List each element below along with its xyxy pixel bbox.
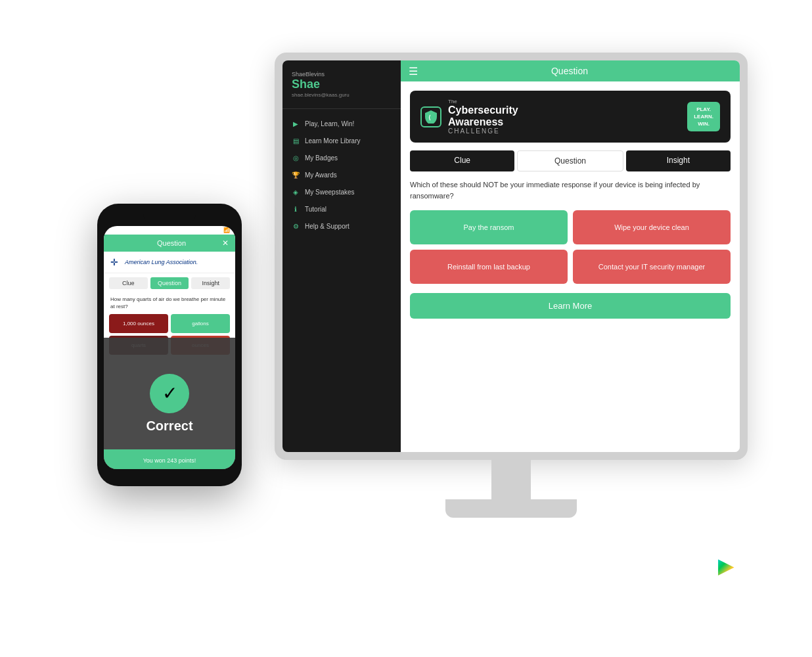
sidebar-item-badges[interactable]: ◎ My Badges <box>282 150 401 167</box>
badges-icon: ◎ <box>292 154 300 162</box>
monitor-stand <box>275 460 748 518</box>
sidebar-item-play[interactable]: ▶ Play, Learn, Win! <box>282 116 401 133</box>
help-icon: ⚙ <box>292 223 300 231</box>
points-text: You won 243 points! <box>143 457 196 464</box>
sidebar-item-awards-label: My Awards <box>305 171 337 179</box>
phone-tab-insight[interactable]: Insight <box>191 277 230 289</box>
points-bar: You won 243 points! <box>104 449 235 469</box>
top-bar-title: Question <box>551 66 588 76</box>
cyber-banner-left: ⟨ The Cybersecurity Awareness CHALLENGE <box>420 99 518 135</box>
sidebar-item-library[interactable]: ▤ Learn More Library <box>282 133 401 150</box>
sidebar-username-small: ShaeBlevins <box>292 71 392 78</box>
sidebar-item-help[interactable]: ⚙ Help & Support <box>282 218 401 235</box>
sidebar-item-tutorial-label: Tutorial <box>305 206 327 213</box>
phone-question-text: How many quarts of air do we breathe per… <box>104 293 235 314</box>
phone-header: Question ✕ <box>104 235 235 252</box>
answer-pay-ransom[interactable]: Pay the ransom <box>410 210 568 244</box>
logo-cross-icon: ✛ <box>110 257 121 267</box>
monitor-base <box>445 499 577 518</box>
sidebar-item-play-label: Play, Learn, Win! <box>305 120 354 127</box>
monitor-screen-outer: ShaeBlevins Shae shae.blevins@kaas.guru … <box>275 53 748 460</box>
tutorial-icon: ℹ <box>292 206 300 214</box>
phone-status-bar: 8:29 ▲ ▲ 📶 <box>104 226 235 235</box>
phone-signal-icons: ▲ ▲ 📶 <box>210 227 230 233</box>
cyber-banner-right: PLAY.LEARN.WIN. <box>687 102 720 132</box>
tab-question[interactable]: Question <box>517 150 623 171</box>
play-store-icon: ▶ <box>718 554 734 578</box>
answer-grid: Pay the ransom Wipe your device clean Re… <box>410 210 731 284</box>
content-area: ⟨ The Cybersecurity Awareness CHALLENGE <box>401 81 740 452</box>
cyber-text-challenge: CHALLENGE <box>448 127 518 135</box>
play-learn-win-text: PLAY.LEARN.WIN. <box>694 106 713 128</box>
correct-emoji: ✓ <box>150 374 189 413</box>
phone-logo-area: ✛ American Lung Association. <box>104 252 235 273</box>
awards-icon: 🏆 <box>292 171 300 179</box>
sidebar-item-help-label: Help & Support <box>305 223 350 230</box>
answer-contact-it[interactable]: Contact your IT security manager <box>573 250 731 284</box>
phone-logo-text: American Lung Association. <box>125 259 198 265</box>
phone-header-title: Question <box>157 239 186 247</box>
shield-icon: ⟨ <box>420 106 441 127</box>
phone-screen: 8:29 ▲ ▲ 📶 Question ✕ ✛ American Lung As… <box>104 226 235 469</box>
sidebar-item-badges-label: My Badges <box>305 154 338 162</box>
phone-tab-clue[interactable]: Clue <box>109 277 148 289</box>
correct-overlay: ✓ Correct You won 243 points! <box>104 338 235 469</box>
top-bar: ☰ Question <box>401 60 740 81</box>
phone-close-button[interactable]: ✕ <box>222 238 229 248</box>
tab-insight[interactable]: Insight <box>626 150 731 171</box>
cyber-text: The Cybersecurity Awareness CHALLENGE <box>448 99 518 135</box>
sidebar: ShaeBlevins Shae shae.blevins@kaas.guru … <box>282 60 401 452</box>
answer-wipe-device[interactable]: Wipe your device clean <box>573 210 731 244</box>
sidebar-item-awards[interactable]: 🏆 My Awards <box>282 167 401 184</box>
sidebar-nav: ▶ Play, Learn, Win! ▤ Learn More Library… <box>282 109 401 242</box>
sidebar-user-info: ShaeBlevins Shae shae.blevins@kaas.guru <box>282 71 401 109</box>
sidebar-item-tutorial[interactable]: ℹ Tutorial <box>282 201 401 218</box>
cyber-title-line1: Cybersecurity <box>448 104 518 116</box>
phone-answer-2[interactable]: gallons <box>171 314 230 333</box>
monitor-screen-inner: ShaeBlevins Shae shae.blevins@kaas.guru … <box>282 60 740 452</box>
main-content: ☰ Question ⟨ The <box>401 60 740 452</box>
monitor-neck <box>491 460 531 499</box>
phone-tab-question[interactable]: Question <box>150 277 189 289</box>
library-icon: ▤ <box>292 137 300 145</box>
scene: ShaeBlevins Shae shae.blevins@kaas.guru … <box>45 39 767 618</box>
svg-text:⟨: ⟨ <box>428 114 431 121</box>
tab-bar: Clue Question Insight <box>410 150 731 171</box>
cyber-text-main: Cybersecurity Awareness <box>448 104 518 127</box>
learn-more-button[interactable]: Learn More <box>410 293 731 319</box>
correct-text: Correct <box>146 419 192 434</box>
phone-notch <box>143 210 196 223</box>
question-text: Which of these should NOT be your immedi… <box>410 179 731 201</box>
sidebar-email: shae.blevins@kaas.guru <box>292 92 392 98</box>
phone-time: 8:29 <box>109 227 120 233</box>
play-store-badge[interactable]: ▶ <box>718 553 734 578</box>
phone-tabs: Clue Question Insight <box>104 273 235 293</box>
play-icon: ▶ <box>292 120 300 128</box>
cyber-text-the: The <box>448 99 518 104</box>
cyber-banner: ⟨ The Cybersecurity Awareness CHALLENGE <box>410 91 731 143</box>
sidebar-item-sweepstakes-label: My Sweepstakes <box>305 189 355 196</box>
tab-clue[interactable]: Clue <box>410 150 514 171</box>
mobile-phone: 8:29 ▲ ▲ 📶 Question ✕ ✛ American Lung As… <box>97 204 242 486</box>
cyber-title-line2: Awareness <box>448 116 503 127</box>
sidebar-item-sweepstakes[interactable]: ◈ My Sweepstakes <box>282 184 401 201</box>
phone-answer-1[interactable]: 1,000 ounces <box>109 314 168 333</box>
hamburger-icon[interactable]: ☰ <box>409 65 418 78</box>
sidebar-item-library-label: Learn More Library <box>305 137 360 145</box>
desktop-monitor: ShaeBlevins Shae shae.blevins@kaas.guru … <box>275 53 748 565</box>
sidebar-username-large: Shae <box>292 78 392 92</box>
sweepstakes-icon: ◈ <box>292 189 300 196</box>
answer-reinstall[interactable]: Reinstall from last backup <box>410 250 568 284</box>
